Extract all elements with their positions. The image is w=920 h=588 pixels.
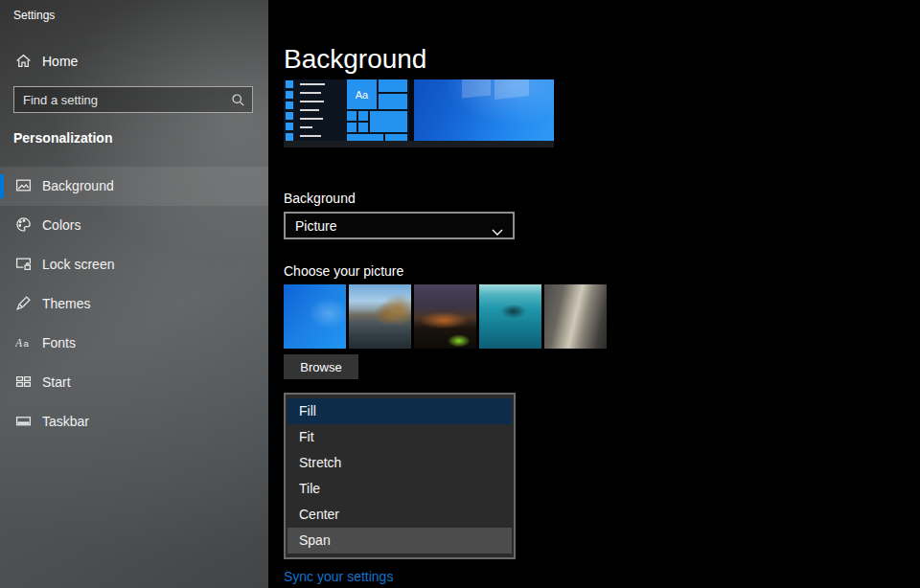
sidebar-item-home-label: Home bbox=[42, 54, 78, 69]
svg-text:A: A bbox=[15, 337, 23, 350]
sidebar-section-header: Personalization bbox=[13, 130, 112, 146]
window-title: Settings bbox=[13, 9, 55, 22]
sync-settings-link[interactable]: Sync your settings bbox=[284, 569, 393, 584]
fit-option-fill[interactable]: Fill bbox=[288, 398, 512, 424]
sidebar-item-lock-screen[interactable]: Lock screen bbox=[0, 245, 268, 284]
background-type-label: Background bbox=[284, 191, 356, 206]
sidebar-item-fonts[interactable]: A a Fonts bbox=[0, 324, 268, 363]
background-type-value: Picture bbox=[295, 218, 337, 234]
picture-thumbnails bbox=[284, 284, 610, 349]
background-icon bbox=[15, 177, 32, 193]
sidebar-item-label: Colors bbox=[42, 217, 80, 233]
sidebar-item-label: Start bbox=[42, 374, 71, 390]
choose-picture-label: Choose your picture bbox=[284, 263, 403, 279]
thumbnail-night-sky-tent[interactable] bbox=[414, 284, 476, 349]
taskbar-icon bbox=[15, 413, 32, 429]
background-preview: Aa bbox=[284, 79, 554, 147]
start-icon bbox=[15, 373, 32, 390]
sidebar-item-themes[interactable]: Themes bbox=[0, 284, 268, 324]
svg-text:a: a bbox=[24, 338, 30, 349]
settings-sidebar: Settings Home Personalization Background bbox=[0, 0, 268, 588]
sidebar-item-start[interactable]: Start bbox=[0, 363, 268, 402]
sidebar-item-label: Taskbar bbox=[42, 414, 89, 429]
preview-app-list bbox=[300, 83, 325, 144]
chevron-down-icon bbox=[492, 223, 503, 240]
preview-aa-tile: Aa bbox=[347, 79, 377, 109]
sidebar-item-home[interactable]: Home bbox=[0, 48, 268, 77]
preview-wallpaper bbox=[414, 79, 554, 141]
search-icon[interactable] bbox=[231, 93, 245, 107]
sidebar-nav: Background Colors Lock screen bbox=[0, 167, 268, 441]
themes-icon bbox=[15, 295, 32, 311]
thumbnail-rock-climber[interactable] bbox=[544, 284, 607, 349]
browse-button[interactable]: Browse bbox=[284, 354, 358, 379]
colors-icon bbox=[15, 216, 32, 233]
thumbnail-beach-cliffs[interactable] bbox=[349, 284, 411, 349]
sidebar-item-taskbar[interactable]: Taskbar bbox=[0, 402, 268, 441]
background-type-select[interactable]: Picture bbox=[284, 212, 515, 239]
home-icon bbox=[15, 53, 32, 69]
preview-rail-icons bbox=[286, 80, 293, 144]
fit-dropdown-list: Fill Fit Stretch Tile Center Span bbox=[284, 393, 516, 559]
preview-taskbar bbox=[284, 141, 554, 147]
sidebar-item-label: Background bbox=[42, 178, 114, 193]
page-title: Background bbox=[284, 44, 426, 75]
thumbnail-windows-default[interactable] bbox=[284, 284, 346, 349]
preview-start-menu: Aa bbox=[284, 79, 409, 141]
fit-option-stretch[interactable]: Stretch bbox=[288, 450, 512, 476]
search-box bbox=[13, 86, 253, 113]
sidebar-item-background[interactable]: Background bbox=[0, 167, 268, 206]
sidebar-item-label: Themes bbox=[42, 296, 91, 311]
fit-option-fit[interactable]: Fit bbox=[288, 424, 512, 450]
sidebar-item-label: Fonts bbox=[42, 335, 76, 351]
thumbnail-underwater-swimmer[interactable] bbox=[479, 284, 541, 349]
fonts-icon: A a bbox=[15, 334, 32, 351]
fit-option-span[interactable]: Span bbox=[288, 528, 512, 554]
lock-screen-icon bbox=[15, 256, 32, 272]
preview-tiles: Aa bbox=[347, 79, 409, 141]
sidebar-item-colors[interactable]: Colors bbox=[0, 206, 268, 245]
sidebar-item-label: Lock screen bbox=[42, 257, 114, 272]
selected-accent-bar bbox=[0, 174, 4, 198]
fit-option-center[interactable]: Center bbox=[288, 502, 512, 528]
fit-option-tile[interactable]: Tile bbox=[288, 476, 512, 502]
main-content: Background Aa Background Picture bbox=[268, 0, 920, 588]
search-input[interactable] bbox=[14, 87, 227, 112]
